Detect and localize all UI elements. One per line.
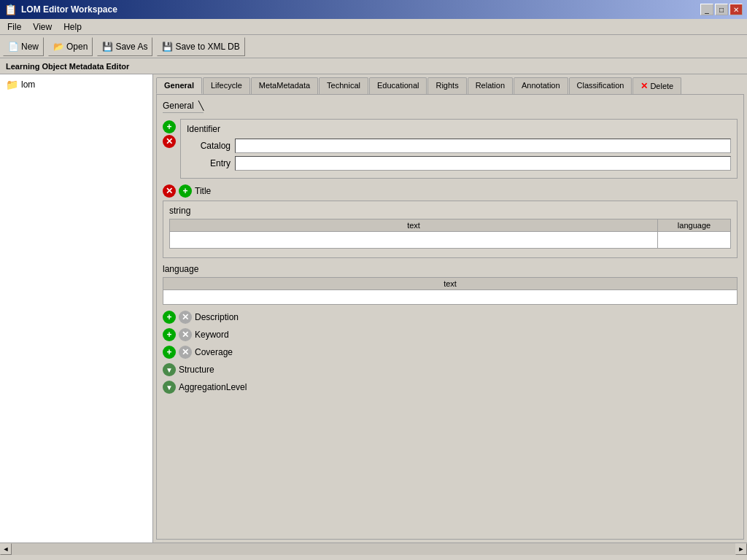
text-input[interactable] — [171, 233, 656, 246]
description-add-button[interactable]: + — [163, 311, 176, 324]
tab-educational[interactable]: Educational — [369, 77, 427, 94]
title-bar: 📋 LOM Editor Workspace _ □ ✕ — [0, 0, 747, 19]
save-xml-label: Save to XML DB — [175, 42, 239, 52]
language-section: language text — [163, 264, 738, 305]
tab-metametadata[interactable]: MetaMetadata — [251, 77, 318, 94]
section-label: General ╲ — [163, 101, 204, 113]
entry-row: Entry — [187, 156, 731, 171]
tab-delete[interactable]: ✕ Delete — [632, 77, 681, 94]
menu-view[interactable]: View — [28, 20, 56, 34]
window-controls: _ □ ✕ — [700, 4, 743, 15]
language-input[interactable] — [659, 233, 729, 246]
language-col-header: language — [658, 219, 731, 232]
title-content: string text language — [163, 201, 738, 258]
structure-item: ▼ Structure — [163, 363, 738, 376]
identifier-section: + ✕ Identifier Catalog Entry — [163, 119, 738, 179]
aggregation-level-label: AggregationLevel — [179, 382, 247, 392]
toolbar: 📄 New 📂 Open 💾 Save As 💾 Save to XML DB — [0, 35, 747, 58]
keyword-label: Keyword — [195, 330, 229, 340]
save-as-button[interactable]: 💾 Save As — [97, 37, 152, 56]
tab-general[interactable]: General — [156, 77, 202, 94]
tab-lifecycle[interactable]: Lifecycle — [203, 77, 250, 94]
tab-content: General ╲ + ✕ Identifier Catalog Entry — [156, 94, 744, 540]
keyword-add-button[interactable]: + — [163, 328, 176, 341]
coverage-delete-button[interactable]: ✕ — [179, 346, 192, 359]
lang-text-col-header: text — [163, 278, 738, 290]
bottom-scrollbar: ◄ ► — [0, 542, 747, 554]
minimize-button[interactable]: _ — [700, 4, 713, 15]
entry-label: Entry — [187, 158, 231, 168]
text-cell[interactable] — [170, 232, 658, 249]
folder-icon: 📁 — [6, 79, 18, 90]
structure-arrow-button[interactable]: ▼ — [163, 363, 176, 376]
keyword-item: + ✕ Keyword — [163, 328, 738, 341]
title-add-button[interactable]: + — [179, 184, 192, 198]
lang-text-input[interactable] — [163, 291, 737, 304]
sidebar: 📁 lom — [0, 74, 153, 542]
open-label: Open — [66, 42, 88, 52]
identifier-delete-button[interactable]: ✕ — [163, 135, 176, 148]
coverage-label: Coverage — [195, 347, 233, 357]
keyword-delete-button[interactable]: ✕ — [179, 328, 192, 341]
new-icon: 📄 — [8, 42, 19, 52]
close-button[interactable]: ✕ — [729, 4, 743, 15]
content-area: General Lifecycle MetaMetadata Technical… — [153, 74, 747, 542]
save-xml-button[interactable]: 💾 Save to XML DB — [157, 37, 244, 56]
app-icon: 📋 — [4, 4, 17, 15]
title-label: Title — [195, 186, 211, 196]
sidebar-resizer[interactable] — [150, 74, 152, 542]
catalog-row: Catalog — [187, 139, 731, 153]
description-label: Description — [195, 312, 239, 322]
status-bar: © 2005 Informatik V - RWTH Aachen — [0, 554, 747, 560]
tab-annotation[interactable]: Annotation — [514, 77, 568, 94]
lang-text-cell[interactable] — [163, 290, 738, 305]
menu-bar: File View Help — [0, 19, 747, 35]
save-as-label: Save As — [115, 42, 147, 52]
new-label: New — [21, 42, 39, 52]
aggregation-level-item: ▼ AggregationLevel — [163, 381, 738, 394]
language-table: text — [163, 277, 738, 305]
tab-relation[interactable]: Relation — [468, 77, 513, 94]
catalog-label: Catalog — [187, 141, 231, 151]
tree-item-label: lom — [21, 79, 35, 90]
main-layout: 📁 lom General Lifecycle MetaMetadata Tec… — [0, 74, 747, 542]
description-delete-button[interactable]: ✕ — [179, 311, 192, 324]
open-icon: 📂 — [53, 42, 64, 52]
language-label: language — [163, 264, 738, 274]
structure-label: Structure — [179, 365, 214, 375]
scroll-left-button[interactable]: ◄ — [0, 543, 12, 555]
entry-input[interactable] — [235, 156, 731, 171]
maximize-button[interactable]: □ — [715, 4, 728, 15]
tabs-row: General Lifecycle MetaMetadata Technical… — [153, 74, 747, 94]
open-button[interactable]: 📂 Open — [48, 37, 93, 56]
save-as-icon: 💾 — [102, 42, 113, 52]
menu-file[interactable]: File — [3, 20, 26, 34]
tree-item-lom[interactable]: 📁 lom — [3, 77, 150, 92]
new-button[interactable]: 📄 New — [3, 37, 44, 56]
coverage-add-button[interactable]: + — [163, 346, 176, 359]
identifier-title: Identifier — [187, 124, 731, 134]
delete-icon: ✕ — [640, 81, 648, 91]
aggregation-arrow-button[interactable]: ▼ — [163, 381, 176, 394]
menu-help[interactable]: Help — [59, 20, 86, 34]
description-item: + ✕ Description — [163, 311, 738, 324]
window-title: LOM Editor Workspace — [21, 4, 117, 15]
scroll-track[interactable] — [12, 543, 735, 555]
coverage-item: + ✕ Coverage — [163, 346, 738, 359]
save-xml-icon: 💾 — [162, 42, 173, 52]
delete-label: Delete — [650, 82, 673, 90]
tab-technical[interactable]: Technical — [319, 77, 368, 94]
tab-classification[interactable]: Classification — [569, 77, 632, 94]
language-cell[interactable] — [658, 232, 731, 249]
title-header: ✕ + Title — [163, 184, 738, 198]
string-label: string — [169, 206, 731, 216]
identifier-add-button[interactable]: + — [163, 120, 176, 133]
header-bar: Learning Object Metadata Editor — [0, 58, 747, 74]
title-delete-button[interactable]: ✕ — [163, 184, 176, 198]
tab-rights[interactable]: Rights — [427, 77, 466, 94]
identifier-controls: + ✕ — [163, 119, 176, 148]
identifier-box: Identifier Catalog Entry — [180, 119, 738, 179]
catalog-input[interactable] — [235, 139, 731, 153]
sidebar-inner: 📁 lom — [0, 74, 152, 95]
scroll-right-button[interactable]: ► — [735, 543, 747, 555]
